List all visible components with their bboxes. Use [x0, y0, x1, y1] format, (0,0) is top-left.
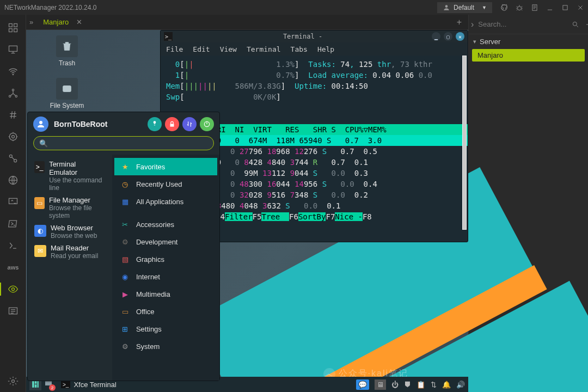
svg-rect-30 [35, 384, 37, 388]
terminal-titlebar[interactable]: >_ Terminal - ▁ ▢ ✕ [161, 30, 468, 42]
rail-hash[interactable] [0, 104, 26, 126]
favorites-list: >_Terminal EmulatorUse the command line▭… [28, 155, 112, 381]
cat-item[interactable]: ◷Recently Used [114, 175, 217, 193]
trash-icon [61, 40, 73, 52]
rail-powershell[interactable] [0, 213, 26, 235]
logout-action-icon[interactable] [200, 117, 214, 131]
tray-display-icon[interactable]: 🖥 [375, 379, 386, 390]
app-search-input[interactable] [51, 139, 208, 148]
menu-help[interactable]: Help [317, 45, 334, 53]
search-icon: 🔍 [39, 139, 48, 148]
app-item[interactable]: ✉Mail ReaderRead your email [30, 242, 110, 262]
desktop-filesystem[interactable]: File System [48, 78, 86, 109]
rail-terminal[interactable] [0, 235, 26, 256]
cat-item[interactable]: ⊞Settings [114, 320, 217, 338]
rail-aws[interactable]: aws [0, 256, 26, 278]
drive-icon [61, 83, 73, 95]
category-list: ★Favorites◷Recently Used▦All Application… [112, 155, 219, 381]
terminal-close[interactable]: ✕ [456, 32, 464, 41]
tray-clipboard-icon[interactable]: 📋 [416, 381, 425, 389]
terminal-minimize[interactable]: ▁ [432, 32, 440, 41]
svg-rect-7 [9, 29, 13, 32]
profile-label: Default [454, 4, 474, 11]
app-item[interactable]: ◐Web BrowserBrowse the web [30, 222, 110, 242]
cat-item[interactable]: ✂Accessories [114, 216, 217, 233]
rail-news[interactable] [0, 300, 26, 322]
rail-network[interactable] [0, 82, 26, 104]
lock-action-icon[interactable] [165, 117, 179, 131]
sidebar-rail: aws [0, 15, 26, 392]
rail-globe[interactable] [0, 169, 26, 191]
menu-file[interactable]: File [166, 45, 183, 53]
tray-power-icon[interactable]: ⏻ [391, 381, 399, 389]
tray-network-icon[interactable]: ⇅ [431, 381, 437, 389]
remote-viewport: Trash File System >_ Terminal - ▁ ▢ ✕ Fi… [26, 30, 468, 392]
svg-rect-31 [38, 381, 39, 388]
notification-badge: 2 [49, 384, 56, 391]
settings-action-icon[interactable] [148, 117, 162, 131]
rail-eye[interactable] [0, 278, 26, 300]
svg-rect-26 [170, 124, 174, 126]
tab-label: Manjaro [43, 18, 69, 26]
tab-close-icon[interactable]: ✕ [74, 18, 84, 26]
cat-item[interactable]: ◉Internet [114, 268, 217, 285]
terminal-maximize[interactable]: ▢ [444, 32, 452, 41]
docs-icon[interactable] [527, 0, 542, 15]
search-go-icon[interactable] [569, 17, 581, 32]
collapse-right-icon[interactable]: › [471, 20, 474, 29]
tab-manjaro[interactable]: Manjaro ✕ [39, 15, 89, 29]
menu-view[interactable]: View [220, 45, 237, 53]
cat-item[interactable]: ▶Multimedia [114, 285, 217, 303]
tray-shield-icon[interactable]: ⛊ [404, 381, 411, 389]
user-name: BornToBeRoot [54, 120, 108, 128]
cat-item[interactable]: ▦All Applications [114, 193, 217, 210]
desktop-fs-label: File System [50, 102, 84, 109]
user-avatar[interactable] [33, 117, 48, 132]
desktop-trash[interactable]: Trash [48, 35, 86, 67]
tray-chat-icon[interactable]: 💬 [356, 379, 369, 390]
chevron-down-icon: ▼ [482, 5, 487, 10]
svg-point-10 [13, 74, 14, 75]
switch-user-icon[interactable] [182, 117, 197, 131]
app-item[interactable]: ▭File ManagerBrowse the file system [30, 194, 110, 222]
rail-monitor[interactable] [0, 39, 26, 60]
app-item[interactable]: >_Terminal EmulatorUse the command line [30, 158, 110, 194]
svg-rect-4 [563, 5, 567, 9]
svg-rect-19 [9, 198, 17, 204]
cat-item[interactable]: ⚙System [114, 338, 217, 355]
minimize-button[interactable] [542, 0, 558, 15]
cat-item[interactable]: ▧Graphics [114, 250, 217, 268]
app-title: NETworkManager 2022.10.24.0 [4, 4, 96, 11]
profile-dropdown[interactable]: Default ▼ [437, 2, 492, 13]
rail-target[interactable] [0, 126, 26, 148]
server-item-manjaro[interactable]: Manjaro [472, 49, 585, 62]
server-search-input[interactable] [478, 20, 569, 28]
rail-dashboard[interactable] [0, 17, 26, 39]
menu-tabs[interactable]: Tabs [291, 45, 308, 53]
person-icon [443, 4, 450, 11]
rail-link[interactable] [0, 148, 26, 169]
menu-terminal[interactable]: Terminal [247, 45, 281, 53]
maximize-button[interactable] [558, 0, 573, 15]
rail-wifi[interactable] [0, 60, 26, 82]
svg-point-25 [39, 121, 42, 124]
tray-bell-icon[interactable]: 🔔 [442, 381, 451, 389]
svg-point-24 [69, 88, 70, 89]
add-server-icon[interactable] [583, 17, 588, 32]
menu-edit[interactable]: Edit [193, 45, 210, 53]
expand-tabs-icon[interactable]: » [29, 18, 33, 26]
terminal-scrollbar[interactable] [462, 56, 467, 230]
app-search[interactable]: 🔍 [33, 136, 214, 150]
cat-item[interactable]: ▭Office [114, 303, 217, 320]
github-icon[interactable] [497, 0, 512, 15]
close-button[interactable] [573, 0, 588, 15]
rail-settings[interactable] [0, 370, 26, 392]
application-menu: BornToBeRoot 🔍 >_Terminal EmulatorUse th… [27, 112, 220, 381]
cat-item[interactable]: ★Favorites [114, 158, 217, 175]
bug-icon[interactable] [512, 0, 527, 15]
tray-volume-icon[interactable]: 🔊 [456, 381, 465, 389]
rail-transfer[interactable] [0, 191, 26, 213]
add-tab-button[interactable]: + [454, 17, 465, 27]
cat-item[interactable]: ⚙Development [114, 233, 217, 250]
server-tree-header[interactable]: ▾ Server [469, 34, 588, 49]
